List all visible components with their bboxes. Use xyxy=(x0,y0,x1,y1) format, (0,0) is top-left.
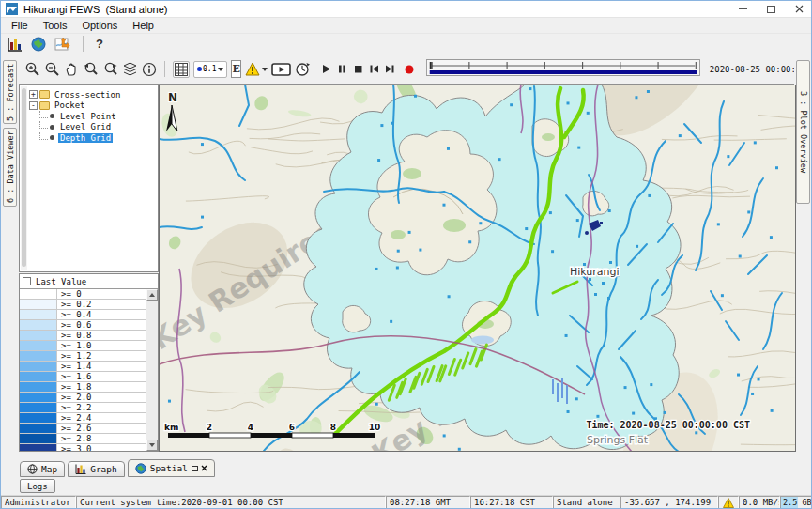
grid-display-button[interactable] xyxy=(173,61,190,78)
globe-icon xyxy=(135,463,146,474)
animation-window-button[interactable] xyxy=(271,62,291,77)
status-bar: Administrator Current system time:2020-0… xyxy=(1,495,812,509)
tab-spatial[interactable]: Spatial xyxy=(128,459,215,477)
legend-row[interactable]: >= 1.6 xyxy=(20,372,146,382)
legend-swatch xyxy=(20,300,57,309)
play-icon xyxy=(320,63,332,75)
legend-row[interactable]: >= 2.4 xyxy=(20,413,146,424)
tree-item-pocket[interactable]: - Pocket xyxy=(29,100,156,112)
legend-row[interactable]: >= 0.6 xyxy=(20,320,146,331)
map-display-button[interactable] xyxy=(31,37,46,52)
tree-scrollbar[interactable] xyxy=(21,86,27,270)
warning-dropdown[interactable] xyxy=(245,62,268,76)
tree-item-depth-grid[interactable]: Depth Grid xyxy=(29,132,156,144)
label-layer-button[interactable]: E xyxy=(231,60,240,78)
legend-row[interactable]: >= 1.4 xyxy=(20,362,146,372)
record-button[interactable] xyxy=(404,64,415,75)
scrollbar-thumb[interactable] xyxy=(22,88,26,267)
legend-value: >= 3.0 xyxy=(57,444,92,451)
time-step-button[interactable] xyxy=(295,61,311,77)
threshold-dot-icon xyxy=(197,67,202,71)
pause-button[interactable] xyxy=(336,63,348,75)
legend-swatch xyxy=(20,393,57,402)
first-timestep-button[interactable] xyxy=(368,63,380,75)
menu-bar: FileToolsOptionsHelp xyxy=(1,18,812,34)
maximize-button[interactable] xyxy=(757,1,785,17)
logs-button[interactable]: Logs xyxy=(20,479,55,493)
legend-swatch xyxy=(20,362,57,371)
help-icon: ? xyxy=(96,37,103,51)
menu-item[interactable]: Tools xyxy=(36,19,75,32)
pan-button[interactable] xyxy=(64,61,79,77)
status-warning[interactable] xyxy=(718,496,739,509)
timeline-slider[interactable] xyxy=(426,59,700,80)
tree-item-level-grid[interactable]: Level Grid xyxy=(29,122,156,133)
legend-row[interactable]: >= 2.0 xyxy=(20,393,146,403)
legend-row[interactable]: >= 1.2 xyxy=(20,351,146,362)
tab-graph[interactable]: Graph xyxy=(68,461,125,477)
legend-header: Last Value xyxy=(20,274,158,289)
menu-item[interactable]: Help xyxy=(125,19,161,32)
spatial-display-button[interactable] xyxy=(54,37,70,52)
profile-chart-icon xyxy=(54,37,70,52)
last-value-checkbox[interactable] xyxy=(23,277,31,285)
tree-item-level-point[interactable]: Level Point xyxy=(29,111,156,122)
tab-data-viewer[interactable]: 6 : Data Viewer xyxy=(3,128,17,207)
tab-map[interactable]: Map xyxy=(20,461,65,477)
close-button[interactable] xyxy=(785,1,812,17)
last-timestep-button[interactable] xyxy=(384,63,396,75)
tab-forecast[interactable]: 5 : Forecast xyxy=(3,60,17,124)
help-button[interactable]: ? xyxy=(96,37,103,51)
legend-row[interactable]: >= 0.4 xyxy=(20,310,146,320)
chevron-down-icon xyxy=(218,68,223,71)
legend-row[interactable]: >= 1.8 xyxy=(20,382,146,393)
legend-swatch xyxy=(20,413,57,423)
legend-value: >= 2.6 xyxy=(57,424,92,433)
bullet-icon xyxy=(50,125,54,130)
legend-scrollbar[interactable] xyxy=(146,289,158,451)
layers-icon xyxy=(122,62,138,77)
legend-swatch xyxy=(20,444,57,451)
legend-row[interactable]: >= 1.0 xyxy=(20,341,146,351)
tab-close-icon[interactable] xyxy=(201,465,207,471)
legend-row[interactable]: >= 0.8 xyxy=(20,331,146,341)
database-display-button[interactable] xyxy=(7,37,23,52)
zoom-out-button[interactable] xyxy=(44,61,60,77)
legend-value: >= 2.8 xyxy=(57,434,92,443)
threshold-dropdown[interactable]: 0.1 xyxy=(193,61,227,78)
legend-row[interactable]: >= 2.2 xyxy=(20,403,146,413)
menu-item[interactable]: File xyxy=(4,19,36,32)
legend-value: >= 0.4 xyxy=(57,310,92,319)
tree-item-label: Level Point xyxy=(58,112,118,121)
zoom-next-button[interactable] xyxy=(102,61,118,77)
legend-row[interactable]: >= 0.2 xyxy=(20,300,146,310)
globe-wireframe-icon xyxy=(27,464,38,474)
stop-button[interactable] xyxy=(352,63,364,75)
zoom-in-button[interactable] xyxy=(24,61,40,77)
minimize-button[interactable] xyxy=(728,1,757,17)
legend-row[interactable]: >= 3.0 xyxy=(20,444,146,451)
map-canvas[interactable]: API Key Required API Key Required xyxy=(159,85,796,452)
chevron-down-icon xyxy=(262,68,268,71)
bar-chart-icon xyxy=(75,464,86,474)
tab-maximize-icon[interactable] xyxy=(192,466,198,471)
layers-button[interactable] xyxy=(122,62,138,77)
legend-row[interactable]: >= 0 xyxy=(20,289,146,300)
triangle-up-icon xyxy=(149,293,155,297)
tree-item-cross-section[interactable]: + Cross-section xyxy=(29,89,156,100)
menu-item[interactable]: Options xyxy=(74,19,125,32)
warning-icon xyxy=(245,62,260,76)
expander-icon[interactable]: - xyxy=(29,101,38,110)
expander-icon[interactable]: + xyxy=(29,90,38,99)
scroll-down-button[interactable] xyxy=(146,440,158,451)
scroll-up-button[interactable] xyxy=(146,289,158,301)
tree-item-label-selected: Depth Grid xyxy=(58,133,113,143)
tab-plot-overview[interactable]: 3 : Plot Overview xyxy=(796,60,810,204)
zoom-previous-button[interactable] xyxy=(83,61,99,77)
legend-row[interactable]: >= 2.6 xyxy=(20,424,146,434)
info-button[interactable] xyxy=(142,62,157,77)
legend-table: >= 0 >= 0.2 >= 0.4 >= 0.6 xyxy=(20,289,146,451)
legend-row[interactable]: >= 2.8 xyxy=(20,434,146,444)
play-button[interactable] xyxy=(320,63,332,75)
status-user: Administrator xyxy=(1,496,76,509)
